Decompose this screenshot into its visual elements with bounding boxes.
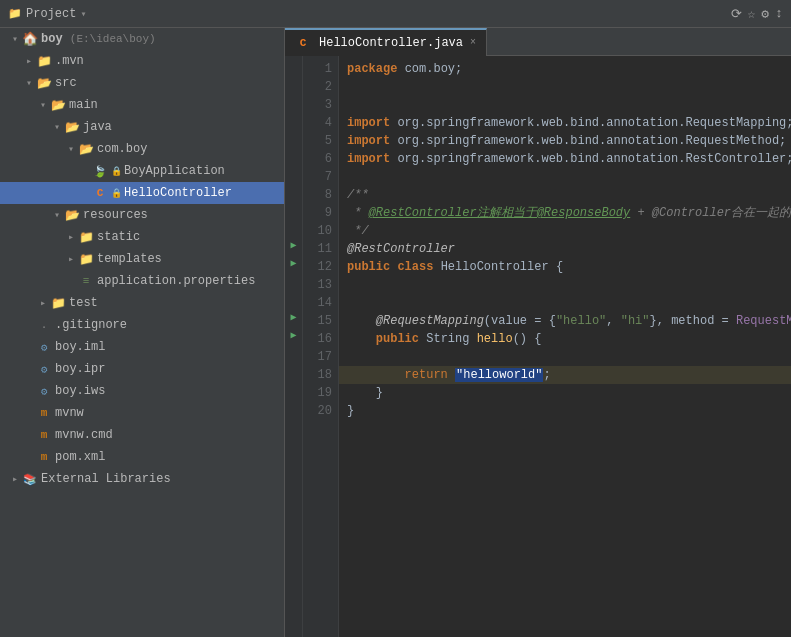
spring-icon: 🍃 <box>92 163 108 179</box>
sidebar-item-templates[interactable]: templates <box>0 248 284 270</box>
sidebar-item-mvnwcmd[interactable]: m mvnw.cmd <box>0 424 284 446</box>
code-line-13 <box>339 276 791 294</box>
gutter-run-icon-2[interactable] <box>285 254 302 272</box>
arrow-main <box>36 98 50 112</box>
main-layout: 🏠 boy (E:\idea\boy) .mvn src main java <box>0 28 791 637</box>
line-num-6: 6 <box>309 150 332 168</box>
java-class-icon <box>92 185 108 201</box>
code-line-5: import org.springframework.web.bind.anno… <box>339 132 791 150</box>
arrow-static <box>64 230 78 244</box>
mvnwcmd-icon: m <box>36 427 52 443</box>
code-line-1: package com.boy; <box>339 60 791 78</box>
gutter-run-icon[interactable] <box>285 236 302 254</box>
sidebar-item-appprops[interactable]: ≡ application.properties <box>0 270 284 292</box>
iml-icon: ⚙ <box>36 339 52 355</box>
sidebar-item-gitignore[interactable]: . .gitignore <box>0 314 284 336</box>
sidebar-item-src[interactable]: src <box>0 72 284 94</box>
git-icon: . <box>36 317 52 333</box>
pin-icon[interactable]: ☆ <box>748 6 756 22</box>
toolbar-icons: ⟳ ☆ ⚙ ↕ <box>731 6 783 22</box>
gutter-line-1 <box>285 56 302 74</box>
line-num-20: 20 <box>309 402 332 420</box>
sidebar-item-comboy[interactable]: com.boy <box>0 138 284 160</box>
gutter-run-icon-3[interactable] <box>285 308 302 326</box>
gutter-line-2 <box>285 74 302 92</box>
java-folder-icon <box>64 119 80 135</box>
sidebar-item-resources[interactable]: resources <box>0 204 284 226</box>
line-num-13: 13 <box>309 276 332 294</box>
gutter-run-icon-4[interactable] <box>285 326 302 344</box>
iws-icon: ⚙ <box>36 383 52 399</box>
resources-folder-icon <box>64 207 80 223</box>
main-folder-icon <box>50 97 66 113</box>
sidebar-item-static[interactable]: static <box>0 226 284 248</box>
sidebar-item-test[interactable]: test <box>0 292 284 314</box>
line-num-5: 5 <box>309 132 332 150</box>
project-label: 📁 Project ▾ <box>8 7 148 21</box>
gutter-line-8 <box>285 182 302 200</box>
line-num-4: 4 <box>309 114 332 132</box>
mvnw-icon: m <box>36 405 52 421</box>
gutter-line-13 <box>285 272 302 290</box>
code-editor[interactable]: 1 2 3 4 5 6 7 8 9 10 11 12 13 14 15 16 1… <box>285 56 791 637</box>
sidebar-item-main[interactable]: main <box>0 94 284 116</box>
sidebar-item-boyapplication[interactable]: 🍃 🔒 BoyApplication <box>0 160 284 182</box>
sidebar-item-boy[interactable]: 🏠 boy (E:\idea\boy) <box>0 28 284 50</box>
code-line-16: public String hello() { <box>339 330 791 348</box>
gutter-line-19 <box>285 380 302 398</box>
arrow-comboy <box>64 142 78 156</box>
sidebar-item-boyipr[interactable]: ⚙ boy.ipr <box>0 358 284 380</box>
gear-icon[interactable]: ⚙ <box>761 6 769 22</box>
extlibs-icon: 📚 <box>22 471 38 487</box>
tab-close-button[interactable]: × <box>470 37 476 48</box>
line-num-1: 1 <box>309 60 332 78</box>
code-line-7 <box>339 168 791 186</box>
project-icon: 📁 <box>8 7 22 20</box>
line-num-2: 2 <box>309 78 332 96</box>
sidebar-item-hellocontroller[interactable]: 🔒 HelloController <box>0 182 284 204</box>
sidebar-item-extlibs[interactable]: 📚 External Libraries <box>0 468 284 490</box>
project-title: Project <box>26 7 76 21</box>
sidebar-item-pomxml[interactable]: m pom.xml <box>0 446 284 468</box>
lock-icon: 🔒 <box>111 166 122 177</box>
code-line-10: */ <box>339 222 791 240</box>
sidebar-item-boyiws[interactable]: ⚙ boy.iws <box>0 380 284 402</box>
title-bar: 📁 Project ▾ ⟳ ☆ ⚙ ↕ <box>0 0 791 28</box>
code-line-11: @RestController <box>339 240 791 258</box>
code-line-20: } <box>339 402 791 420</box>
line-num-7: 7 <box>309 168 332 186</box>
sync-icon[interactable]: ⟳ <box>731 6 742 22</box>
gutter-line-4 <box>285 110 302 128</box>
line-num-3: 3 <box>309 96 332 114</box>
gutter-line-3 <box>285 92 302 110</box>
code-line-14 <box>339 294 791 312</box>
comboy-folder-icon <box>78 141 94 157</box>
project-folder-icon: 🏠 <box>22 31 38 47</box>
code-line-4: import org.springframework.web.bind.anno… <box>339 114 791 132</box>
sidebar-item-mvnw[interactable]: m mvnw <box>0 402 284 424</box>
gutter-line-20 <box>285 398 302 416</box>
sidebar-item-boyiml[interactable]: ⚙ boy.iml <box>0 336 284 358</box>
line-num-19: 19 <box>309 384 332 402</box>
props-icon: ≡ <box>78 273 94 289</box>
line-num-14: 14 <box>309 294 332 312</box>
editor-area: HelloController.java × <box>285 28 791 637</box>
line-num-8: 8 <box>309 186 332 204</box>
arrow-test <box>36 296 50 310</box>
templates-folder-icon <box>78 251 94 267</box>
editor-gutter <box>285 56 303 637</box>
sidebar-item-java[interactable]: java <box>0 116 284 138</box>
sidebar-item-mvn[interactable]: .mvn <box>0 50 284 72</box>
line-numbers: 1 2 3 4 5 6 7 8 9 10 11 12 13 14 15 16 1… <box>303 56 339 637</box>
gutter-line-10 <box>285 218 302 236</box>
static-folder-icon <box>78 229 94 245</box>
expand-icon[interactable]: ↕ <box>775 6 783 21</box>
dropdown-arrow-icon[interactable]: ▾ <box>80 8 86 20</box>
line-num-17: 17 <box>309 348 332 366</box>
tab-hellocontroller[interactable]: HelloController.java × <box>285 28 487 56</box>
ipr-icon: ⚙ <box>36 361 52 377</box>
arrow-extlibs <box>8 472 22 486</box>
gutter-line-5 <box>285 128 302 146</box>
project-sidebar[interactable]: 🏠 boy (E:\idea\boy) .mvn src main java <box>0 28 285 637</box>
code-content[interactable]: package com.boy; import org.springframew… <box>339 56 791 637</box>
